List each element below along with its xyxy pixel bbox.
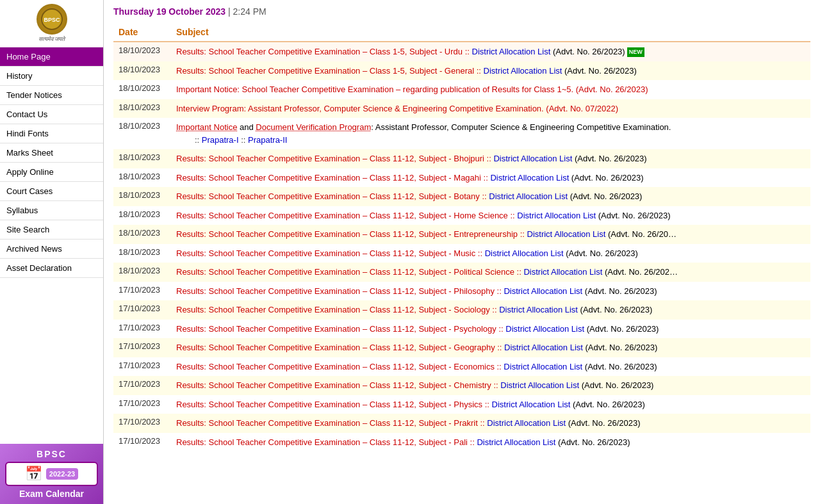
district-allocation-link[interactable]: District Allocation List	[485, 248, 564, 258]
current-time: 2:24 PM	[233, 6, 266, 17]
new-badge: NEW	[627, 47, 644, 58]
sidebar: BPSC सत्यमेव जयते Home Page History Tend…	[0, 0, 104, 504]
subject-cell: Results: School Teacher Competitive Exam…	[171, 244, 810, 263]
nav-syllabus[interactable]: Syllabus	[0, 201, 103, 220]
date-cell: 18/10/2023	[113, 149, 171, 168]
doc-verification-link[interactable]: Document Verification Program	[256, 122, 371, 132]
table-row: 17/10/2023Results: School Teacher Compet…	[113, 320, 810, 339]
table-row: 18/10/2023Results: School Teacher Compet…	[113, 263, 810, 282]
result-type-link[interactable]: Results:	[176, 229, 206, 239]
district-allocation-link[interactable]: District Allocation List	[504, 286, 582, 296]
district-allocation-link[interactable]: District Allocation List	[505, 324, 584, 334]
nav-tender[interactable]: Tender Notices	[0, 86, 103, 105]
district-allocation-link[interactable]: District Allocation List	[504, 343, 583, 352]
col-subject: Subject	[171, 23, 810, 42]
result-type-link[interactable]: Results:	[176, 154, 206, 163]
nav-history[interactable]: History	[0, 67, 103, 86]
result-type-link[interactable]: Results:	[176, 305, 206, 314]
result-type-link[interactable]: Results:	[176, 211, 206, 220]
nav-hindi-fonts[interactable]: Hindi Fonts	[0, 124, 103, 143]
table-row: 17/10/2023Results: School Teacher Compet…	[113, 433, 810, 452]
district-allocation-link[interactable]: District Allocation List	[527, 229, 606, 239]
prapatra-ii-link[interactable]: Prapatra-II	[248, 135, 287, 145]
district-allocation-link[interactable]: District Allocation List	[499, 305, 578, 314]
nav-marks-sheet[interactable]: Marks Sheet	[0, 143, 103, 163]
subject-cell: Results: School Teacher Competitive Exam…	[171, 320, 810, 339]
result-type-link[interactable]: Results:	[176, 248, 206, 258]
table-row: 18/10/2023Results: School Teacher Compet…	[113, 225, 810, 244]
nav-archived-news[interactable]: Archived News	[0, 240, 103, 259]
date-cell: 17/10/2023	[113, 357, 171, 377]
result-type-link[interactable]: Results:	[176, 66, 206, 76]
subject-cell: Results: School Teacher Competitive Exam…	[171, 300, 810, 320]
nav-menu: Home Page History Tender Notices Contact…	[0, 47, 103, 444]
table-row: 18/10/2023Results: School Teacher Compet…	[113, 61, 810, 81]
important-notice-link[interactable]: Important Notice	[176, 122, 237, 132]
bpsc-label: BPSC	[37, 449, 67, 459]
result-type-link[interactable]: Results:	[176, 324, 206, 334]
result-type-link[interactable]: Results:	[176, 418, 206, 428]
notice-link[interactable]: Interview Program:	[176, 104, 246, 113]
date-cell: 17/10/2023	[113, 395, 171, 414]
result-type-link[interactable]: Results:	[176, 191, 206, 201]
date-cell: 17/10/2023	[113, 433, 171, 452]
result-type-link[interactable]: Results:	[176, 437, 206, 447]
district-allocation-link[interactable]: District Allocation List	[489, 191, 568, 201]
result-type-link[interactable]: Results:	[176, 400, 206, 409]
result-type-link[interactable]: Results:	[176, 362, 206, 371]
table-row: 17/10/2023Results: School Teacher Compet…	[113, 414, 810, 433]
table-row: 18/10/2023Important Notice: School Teach…	[113, 80, 810, 99]
nav-site-search[interactable]: Site Search	[0, 220, 103, 240]
district-allocation-link[interactable]: District Allocation List	[484, 66, 562, 76]
district-allocation-link[interactable]: District Allocation List	[490, 173, 569, 183]
district-allocation-link[interactable]: District Allocation List	[523, 267, 602, 277]
year-badge: 2022-23	[46, 468, 78, 480]
subject-cell: Results: School Teacher Competitive Exam…	[171, 263, 810, 282]
exam-calendar-banner[interactable]: BPSC 📅 2022-23 Exam Calendar	[0, 444, 103, 504]
district-allocation-link[interactable]: District Allocation List	[477, 437, 555, 447]
table-row: 17/10/2023Results: School Teacher Compet…	[113, 300, 810, 320]
nav-home[interactable]: Home Page	[0, 47, 103, 67]
table-row: 17/10/2023Results: School Teacher Compet…	[113, 357, 810, 377]
date-cell: 18/10/2023	[113, 244, 171, 263]
result-type-link[interactable]: Results:	[176, 267, 206, 277]
subject-cell: Results: School Teacher Competitive Exam…	[171, 282, 810, 301]
nav-asset-declaration[interactable]: Asset Declaration	[0, 259, 103, 278]
subject-cell: Results: School Teacher Competitive Exam…	[171, 206, 810, 225]
nav-contact[interactable]: Contact Us	[0, 105, 103, 124]
date-cell: 17/10/2023	[113, 338, 171, 357]
table-row: 18/10/2023Interview Program: Assistant P…	[113, 99, 810, 118]
district-allocation-link[interactable]: District Allocation List	[492, 400, 571, 409]
subject-cell: Results: School Teacher Competitive Exam…	[171, 395, 810, 414]
date-cell: 18/10/2023	[113, 263, 171, 282]
subject-cell: Results: School Teacher Competitive Exam…	[171, 357, 810, 377]
result-type-link[interactable]: Results:	[176, 173, 206, 183]
table-row: 18/10/2023Results: School Teacher Compet…	[113, 42, 810, 61]
subject-cell: Important Notice: School Teacher Competi…	[171, 80, 810, 99]
subject-cell: Results: School Teacher Competitive Exam…	[171, 433, 810, 452]
notice-link[interactable]: Important Notice:	[176, 85, 240, 94]
date-cell: 18/10/2023	[113, 118, 171, 149]
district-allocation-link[interactable]: District Allocation List	[500, 380, 579, 390]
prapatra-i-link[interactable]: Prapatra-I	[202, 135, 239, 145]
logo-area: BPSC सत्यमेव जयते	[0, 0, 103, 47]
result-type-link[interactable]: Results:	[176, 47, 206, 56]
result-type-link[interactable]: Results:	[176, 343, 206, 352]
district-allocation-link[interactable]: District Allocation List	[504, 362, 582, 371]
result-type-link[interactable]: Results:	[176, 380, 206, 390]
result-type-link[interactable]: Results:	[176, 286, 206, 296]
subject-cell: Results: School Teacher Competitive Exam…	[171, 149, 810, 168]
district-allocation-link[interactable]: District Allocation List	[487, 418, 566, 428]
date-cell: 17/10/2023	[113, 282, 171, 301]
table-row: 17/10/2023Results: School Teacher Compet…	[113, 282, 810, 301]
district-allocation-link[interactable]: District Allocation List	[517, 211, 596, 220]
logo-tagline: सत्यमेव जयते	[4, 36, 99, 43]
subject-cell: Results: School Teacher Competitive Exam…	[171, 187, 810, 206]
table-row: 18/10/2023Results: School Teacher Compet…	[113, 187, 810, 206]
district-allocation-link[interactable]: District Allocation List	[493, 154, 572, 163]
subject-cell: Results: School Teacher Competitive Exam…	[171, 338, 810, 357]
district-allocation-link[interactable]: District Allocation List	[472, 47, 551, 56]
nav-court-cases[interactable]: Court Cases	[0, 182, 103, 201]
nav-apply-online[interactable]: Apply Online	[0, 163, 103, 182]
table-row: 17/10/2023Results: School Teacher Compet…	[113, 338, 810, 357]
